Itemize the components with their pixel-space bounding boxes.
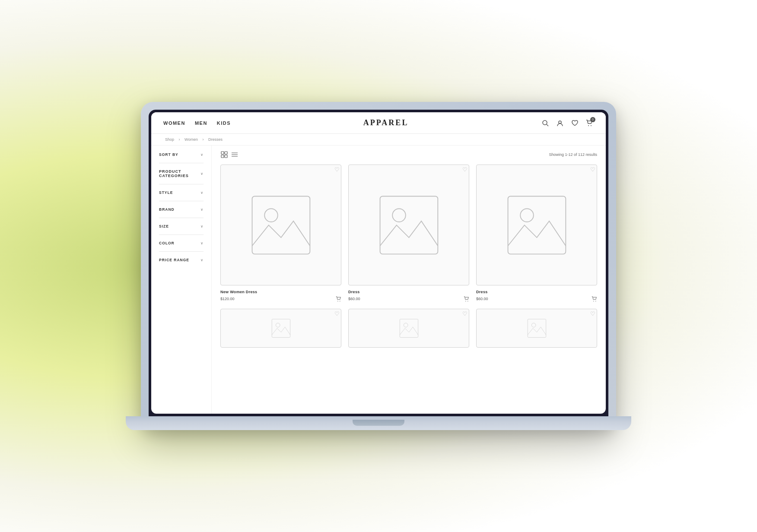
product-name: Dress	[348, 290, 469, 294]
wishlist-button[interactable]: ♡	[334, 310, 340, 317]
chevron-down-icon: ∨	[200, 208, 204, 212]
filter-product-categories: PRODUCT CATEGORIES ∨	[159, 169, 204, 184]
filter-color-label: COLOR	[159, 241, 175, 245]
product-image[interactable]	[220, 165, 341, 285]
filter-price-range: PRICE RANGE ∨	[159, 258, 204, 268]
breadcrumb-women[interactable]: Women	[184, 137, 198, 142]
svg-point-22	[593, 301, 594, 301]
filter-brand-label: BRAND	[159, 207, 175, 212]
product-info: Dress $60.00	[348, 290, 469, 302]
filter-price-range-toggle[interactable]: PRICE RANGE ∨	[159, 258, 204, 262]
svg-rect-26	[400, 319, 418, 337]
wishlist-button[interactable]: ♡	[590, 310, 595, 317]
filter-color-toggle[interactable]: COLOR ∨	[159, 241, 204, 245]
filter-brand: BRAND ∨	[159, 207, 204, 218]
wishlist-button[interactable]: ♡	[334, 166, 340, 173]
filter-size: SIZE ∨	[159, 224, 204, 235]
svg-point-0	[543, 120, 547, 125]
store-logo: APPAREL	[363, 118, 409, 127]
svg-rect-24	[272, 319, 290, 337]
product-price-row: $120.00	[220, 296, 341, 302]
breadcrumb-shop[interactable]: Shop	[165, 137, 174, 142]
breadcrumb-sep1: ›	[179, 137, 180, 142]
add-to-cart-button[interactable]	[335, 296, 341, 302]
svg-point-13	[264, 209, 278, 222]
add-to-cart-button[interactable]	[591, 296, 597, 302]
cart-icon[interactable]: 0	[585, 119, 594, 127]
products-toolbar: Showing 1-12 of 112 results	[220, 151, 597, 158]
product-card: ♡ Dress $60.0	[476, 165, 597, 302]
screen-bezel: WOMEN MEN KIDS APPAREL	[149, 110, 608, 416]
search-icon[interactable]	[541, 119, 550, 127]
product-info: Dress $60.00	[476, 290, 597, 302]
product-image[interactable]	[348, 165, 469, 285]
svg-point-3	[588, 125, 589, 126]
filter-style-toggle[interactable]: STYLE ∨	[159, 190, 204, 195]
breadcrumb-sep2: ›	[202, 137, 204, 142]
nav-item-men[interactable]: MEN	[195, 120, 207, 126]
svg-rect-16	[380, 196, 438, 254]
list-view-icon[interactable]	[231, 151, 239, 158]
nav-item-kids[interactable]: KIDS	[217, 120, 231, 126]
breadcrumb: Shop › Women › Dresses	[151, 134, 606, 146]
filter-size-label: SIZE	[159, 224, 169, 228]
main-content: SORT BY ∨ PRODUCT CATEGORIES ∨ STYLE	[151, 146, 606, 414]
filter-brand-toggle[interactable]: BRAND ∨	[159, 207, 204, 212]
laptop-notch	[353, 420, 404, 426]
filter-style: STYLE ∨	[159, 190, 204, 201]
product-price: $120.00	[220, 297, 235, 301]
svg-point-25	[276, 323, 280, 327]
svg-point-4	[591, 125, 592, 126]
breadcrumb-dresses[interactable]: Dresses	[208, 137, 223, 142]
svg-rect-20	[508, 196, 566, 254]
svg-point-29	[531, 323, 536, 327]
laptop-base	[126, 416, 631, 430]
svg-point-15	[339, 301, 340, 301]
product-card: ♡	[220, 309, 341, 352]
filter-product-categories-toggle[interactable]: PRODUCT CATEGORIES ∨	[159, 169, 204, 178]
wishlist-heart-icon[interactable]	[570, 119, 579, 127]
svg-point-27	[404, 323, 408, 327]
product-image[interactable]	[476, 309, 597, 348]
chevron-down-icon: ∨	[200, 258, 204, 262]
filter-price-range-label: PRICE RANGE	[159, 258, 189, 262]
chevron-down-icon: ∨	[200, 241, 204, 245]
product-card: ♡ Dress $60.0	[348, 165, 469, 302]
filter-sort-by-label: SORT BY	[159, 152, 178, 157]
nav-icons: 0	[541, 119, 594, 127]
svg-rect-6	[225, 152, 227, 154]
main-nav: WOMEN MEN KIDS	[163, 120, 231, 126]
product-card: ♡	[476, 309, 597, 352]
product-grid: ♡ New Women Dress	[220, 165, 597, 352]
product-name: Dress	[476, 290, 597, 294]
add-to-cart-button[interactable]	[463, 296, 469, 302]
nav-item-women[interactable]: WOMEN	[163, 120, 185, 126]
cart-badge: 0	[590, 117, 595, 122]
product-image[interactable]	[476, 165, 597, 285]
products-area: Showing 1-12 of 112 results ♡	[212, 146, 606, 414]
product-info: New Women Dress $120.00	[220, 290, 341, 302]
filter-color: COLOR ∨	[159, 241, 204, 252]
results-count: Showing 1-12 of 112 results	[549, 152, 597, 157]
filter-sort-by-toggle[interactable]: SORT BY ∨	[159, 152, 204, 157]
svg-point-23	[595, 301, 596, 301]
filter-size-toggle[interactable]: SIZE ∨	[159, 224, 204, 228]
grid-view-icon[interactable]	[220, 151, 228, 158]
filter-style-label: STYLE	[159, 190, 173, 195]
product-card: ♡ New Women Dress	[220, 165, 341, 302]
wishlist-button[interactable]: ♡	[590, 166, 595, 173]
svg-point-2	[559, 121, 561, 124]
product-image[interactable]	[220, 309, 341, 348]
user-icon[interactable]	[556, 119, 564, 127]
product-image[interactable]	[348, 309, 469, 348]
filter-product-categories-label: PRODUCT CATEGORIES	[159, 169, 200, 178]
chevron-down-icon: ∨	[200, 153, 204, 157]
wishlist-button[interactable]: ♡	[462, 166, 468, 173]
laptop-screen: WOMEN MEN KIDS APPAREL	[151, 112, 606, 414]
svg-point-19	[467, 301, 468, 301]
product-card: ♡	[348, 309, 469, 352]
wishlist-button[interactable]: ♡	[462, 310, 468, 317]
svg-point-14	[337, 301, 338, 301]
svg-rect-5	[221, 152, 224, 154]
product-price-row: $60.00	[476, 296, 597, 302]
